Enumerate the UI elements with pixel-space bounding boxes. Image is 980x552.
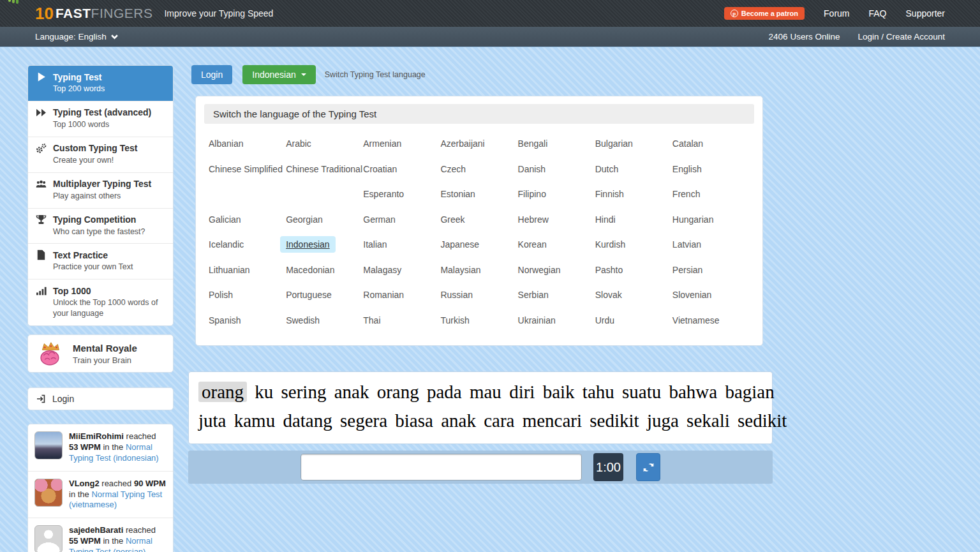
sidebar-item-typing-competition[interactable]: Typing CompetitionWho can type the faste…: [28, 208, 173, 244]
users-icon: [36, 179, 47, 190]
top-nav-links: p Become a patron Forum FAQ Supporter: [724, 7, 945, 20]
menu-item-title: Typing Test (advanced): [53, 107, 151, 117]
language-link[interactable]: Greek: [440, 214, 464, 225]
avatar: [34, 431, 63, 459]
language-link[interactable]: Urdu: [595, 315, 614, 325]
language-link[interactable]: Vietnamese: [672, 315, 720, 325]
language-link[interactable]: Georgian: [286, 214, 323, 225]
sidebar-item-multiplayer-typing-test[interactable]: Multiplayer Typing TestPlay against othe…: [28, 172, 173, 208]
achievement-username: MiiEmiRohimi: [69, 431, 124, 441]
language-link[interactable]: Azerbaijani: [440, 138, 484, 149]
language-link[interactable]: Latvian: [672, 239, 701, 250]
language-link[interactable]: German: [363, 214, 396, 225]
language-link[interactable]: Malaysian: [440, 265, 480, 275]
language-link[interactable]: Galician: [209, 214, 241, 225]
language-link[interactable]: Portuguese: [286, 290, 332, 300]
language-link[interactable]: Romanian: [363, 290, 404, 300]
sidebar-item-top-1000[interactable]: Top 1000Unlock the Top 1000 words of you…: [28, 279, 173, 325]
language-link[interactable]: Japanese: [440, 239, 479, 250]
language-link[interactable]: Armenian: [363, 138, 401, 149]
language-link[interactable]: Dutch: [595, 164, 619, 174]
language-link-malaysian: Malaysian: [440, 258, 517, 284]
language-link[interactable]: Danish: [518, 164, 546, 174]
typing-input-bar: 1:00: [188, 451, 773, 484]
language-link[interactable]: Thai: [363, 315, 380, 325]
avatar: [34, 479, 63, 507]
achievement-item: sajedehBarati reached 55 WPM in the Norm…: [28, 518, 173, 552]
sidebar-login-button[interactable]: Login: [27, 387, 174, 410]
language-link[interactable]: Hebrew: [518, 214, 549, 225]
reload-test-button[interactable]: [636, 453, 660, 481]
language-link[interactable]: Albanian: [209, 138, 244, 149]
language-link[interactable]: Chinese Traditional: [286, 164, 362, 174]
language-link[interactable]: French: [672, 189, 701, 199]
site-logo[interactable]: 10 FAST FINGERS: [35, 6, 152, 21]
refresh-icon: [643, 462, 654, 473]
language-link[interactable]: Norwegian: [518, 265, 561, 275]
site-language-switcher[interactable]: Language: English: [35, 32, 118, 41]
typing-word: sering: [281, 382, 327, 402]
sidebar-item-text-practice[interactable]: Text PracticePractice your own Text: [28, 243, 173, 279]
language-link[interactable]: Turkish: [440, 315, 469, 325]
sub-navbar: Language: English 2406 Users Online Logi…: [0, 27, 980, 47]
sidebar-item-typing-test[interactable]: Typing TestTop 200 words: [28, 66, 173, 101]
language-link[interactable]: Macedonian: [286, 265, 334, 275]
sidebar-item-custom-typing-test[interactable]: Custom Typing TestCreate your own!: [28, 137, 173, 172]
nav-link-supporter[interactable]: Supporter: [906, 8, 945, 19]
language-link[interactable]: Croatian: [363, 164, 397, 174]
language-link[interactable]: Slovenian: [672, 290, 712, 300]
language-link[interactable]: Korean: [518, 239, 547, 250]
language-link-hungarian: Hungarian: [672, 208, 750, 234]
document-icon: [36, 250, 47, 260]
language-link-macedonian: Macedonian: [286, 258, 363, 284]
language-link[interactable]: Catalan: [672, 138, 703, 149]
language-link[interactable]: Hindi: [595, 214, 616, 225]
language-link[interactable]: Czech: [440, 164, 466, 174]
menu-item-subtitle: Play against others: [53, 191, 165, 202]
language-link[interactable]: Bulgarian: [595, 138, 633, 149]
language-link[interactable]: Bengali: [518, 138, 548, 149]
typing-word: sedikit: [738, 410, 787, 431]
language-link[interactable]: Indonesian: [280, 236, 336, 253]
login-create-account-link[interactable]: Login / Create Account: [858, 32, 945, 41]
language-link[interactable]: Estonian: [440, 189, 475, 199]
language-link[interactable]: Russian: [440, 290, 473, 300]
language-link[interactable]: Esperanto: [363, 189, 404, 199]
language-link[interactable]: Swedish: [286, 315, 320, 325]
nav-link-forum[interactable]: Forum: [824, 8, 849, 19]
language-link[interactable]: Pashto: [595, 265, 623, 275]
typing-word: orang: [198, 382, 247, 402]
nav-link-faq[interactable]: FAQ: [869, 8, 887, 19]
test-language-dropdown[interactable]: Indonesian: [242, 65, 316, 84]
language-link[interactable]: Persian: [672, 265, 702, 275]
language-link-albanian: Albanian: [209, 132, 286, 158]
language-link-korean: Korean: [518, 233, 595, 258]
language-link[interactable]: Malagasy: [363, 265, 401, 275]
language-link[interactable]: Spanish: [209, 315, 241, 325]
language-link[interactable]: Serbian: [518, 290, 549, 300]
sidebar-item-mental-royale[interactable]: Mental Royale Train your Brain: [27, 334, 174, 373]
login-button[interactable]: Login: [191, 65, 232, 84]
language-link[interactable]: Filipino: [518, 189, 546, 199]
language-link[interactable]: Finnish: [595, 189, 624, 199]
language-link[interactable]: English: [672, 164, 702, 174]
language-link[interactable]: Lithuanian: [209, 265, 250, 275]
login-icon: [36, 394, 46, 404]
language-link-hindi: Hindi: [595, 208, 672, 234]
play-icon: [36, 71, 47, 82]
language-link[interactable]: Icelandic: [209, 239, 244, 250]
language-link-pashto: Pashto: [595, 258, 672, 284]
language-link[interactable]: Arabic: [286, 138, 311, 149]
language-link[interactable]: Hungarian: [672, 214, 714, 225]
patreon-icon: p: [731, 10, 738, 17]
become-patron-button[interactable]: p Become a patron: [724, 7, 805, 20]
language-link[interactable]: Chinese Simplified: [209, 164, 283, 174]
sidebar-item-typing-test-advanced-[interactable]: Typing Test (advanced)Top 1000 words: [28, 101, 173, 137]
language-link[interactable]: Polish: [209, 290, 233, 300]
language-link[interactable]: Italian: [363, 239, 387, 250]
typing-input[interactable]: [301, 454, 582, 481]
language-link[interactable]: Slovak: [595, 290, 622, 300]
language-link[interactable]: Kurdish: [595, 239, 625, 250]
typing-word: kamu: [234, 410, 275, 431]
language-link[interactable]: Ukrainian: [518, 315, 556, 325]
